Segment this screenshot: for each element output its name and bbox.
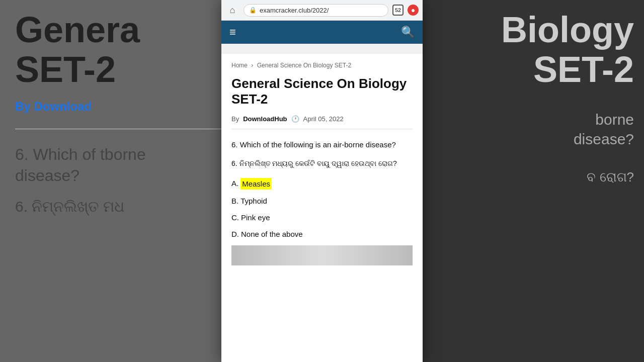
- author-name[interactable]: DownloadHub: [243, 115, 287, 123]
- home-button[interactable]: ⌂: [225, 3, 239, 17]
- option-a-label: A.: [231, 178, 238, 189]
- clock-icon: 🕐: [291, 115, 299, 123]
- breadcrumb-current: General Science On Biology SET-2: [257, 62, 351, 69]
- page-title: General Science On Biology SET-2: [231, 76, 413, 107]
- bg-left-content: Genera SET-2 By Download 6. Which of tbo…: [15, 0, 236, 362]
- option-b-text: Typhoid: [240, 196, 267, 206]
- browser-chrome: ⌂ 🔒 examcracker.club/2022/ 52 ●: [221, 0, 423, 21]
- mobile-frame: ⌂ 🔒 examcracker.club/2022/ 52 ● ≡ 🔍 Home…: [221, 0, 423, 362]
- bg-right-content: BiologySET-2 bornedisease? ବ ରୋଗ?: [423, 0, 644, 362]
- option-b-label: B.: [231, 196, 238, 206]
- option-c: C. Pink eye: [231, 212, 413, 223]
- bg-right-question: bornedisease?: [433, 110, 634, 149]
- question-english: 6. Which of the following is an air-born…: [231, 139, 413, 151]
- menu-dot-icon: ●: [411, 6, 415, 14]
- option-c-text: Pink eye: [241, 212, 270, 223]
- search-icon[interactable]: 🔍: [401, 26, 415, 39]
- browser-menu-button[interactable]: ●: [408, 5, 419, 16]
- bg-by: By Download: [15, 100, 236, 114]
- bg-right-title: BiologySET-2: [433, 10, 634, 89]
- by-label: By: [231, 115, 239, 123]
- bg-right-odia: ବ ରୋଗ?: [433, 169, 634, 186]
- content-divider: [231, 129, 413, 129]
- option-a-text: Measles: [240, 178, 272, 190]
- author-line: By DownloadHub 🕐 April 05, 2022: [231, 115, 413, 123]
- lock-icon: 🔒: [249, 7, 257, 14]
- page-content[interactable]: Home › General Science On Biology SET-2 …: [221, 44, 423, 362]
- breadcrumb-home[interactable]: Home: [231, 62, 248, 69]
- option-b: B. Typhoid: [231, 196, 413, 206]
- option-d-label: D.: [231, 229, 239, 239]
- bottom-image: [231, 245, 413, 265]
- nav-bar: ≡ 🔍: [221, 21, 423, 44]
- browser-top-bar: ⌂ 🔒 examcracker.club/2022/ 52 ●: [221, 0, 423, 20]
- content-area: Home › General Science On Biology SET-2 …: [221, 54, 423, 274]
- bg-question: 6. Which of tborne disease?: [15, 144, 236, 186]
- option-a: A. Measles: [231, 178, 413, 190]
- option-c-label: C.: [231, 212, 239, 223]
- image-placeholder: [231, 245, 413, 265]
- hamburger-menu-icon[interactable]: ≡: [229, 26, 236, 39]
- breadcrumb: Home › General Science On Biology SET-2: [231, 62, 413, 69]
- bg-title: Genera SET-2: [15, 10, 236, 89]
- option-d-text: None of the above: [241, 229, 303, 239]
- url-text: examcracker.club/2022/: [260, 7, 383, 14]
- question-odia: 6. ନିମ୍ନଲିଖ୍ତ ମଧ୍ୟରୁ କେଉଁଟି ବାୟୁ ଦ୍ୱାରା …: [231, 158, 413, 169]
- breadcrumb-separator: ›: [251, 62, 253, 69]
- address-bar[interactable]: 🔒 examcracker.club/2022/: [244, 4, 388, 17]
- option-d: D. None of the above: [231, 229, 413, 239]
- tab-count[interactable]: 52: [392, 5, 404, 16]
- publish-date: April 05, 2022: [303, 115, 344, 123]
- bg-odia: 6. ନିମ୍ନଲିଖ୍ତ ମଧ: [15, 197, 236, 216]
- page-top-strip: [221, 44, 423, 54]
